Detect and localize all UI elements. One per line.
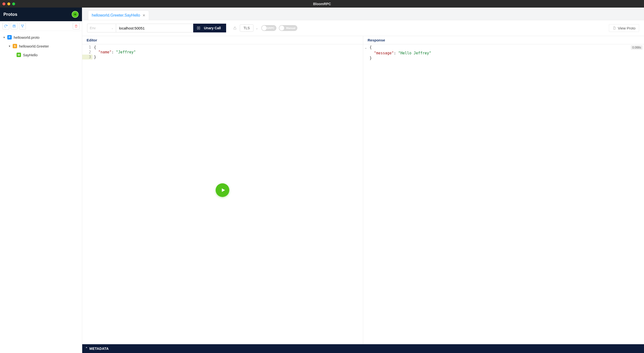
sidebar-toolbar — [0, 21, 82, 31]
response-pane: Response ▾ { "message": "Hello Jeffrey" … — [363, 36, 644, 344]
tab-close-button[interactable]: ✕ — [142, 14, 146, 17]
editor-header: Editor — [82, 36, 363, 44]
toggle-manual-label: Manual — [286, 26, 296, 29]
line-number: 2 — [82, 50, 92, 55]
tree-service-row[interactable]: ▼ S helloworld.Greeter — [1, 42, 81, 50]
response-viewer[interactable]: ▾ { "message": "Hello Jeffrey" } — [363, 44, 644, 344]
service-badge: S — [13, 44, 17, 48]
plus-icon — [74, 13, 77, 16]
call-type-button[interactable]: Unary Call — [193, 24, 226, 32]
sidebar: Protos ▼ P — [0, 7, 82, 353]
caret-icon: ▼ — [8, 45, 11, 47]
tab-active[interactable]: helloworld.Greeter.SayHello ✕ — [88, 10, 149, 20]
bookmark-folder-icon — [12, 24, 16, 28]
tree-proto-row[interactable]: ▼ P helloworld.proto — [1, 33, 81, 42]
play-icon — [220, 187, 226, 193]
toggle-knob — [262, 25, 267, 30]
request-toolbar: Env ⌄ Unary Call TLS ⌄ GRPC Manual — [82, 20, 644, 36]
view-proto-button[interactable]: View Proto — [609, 24, 639, 32]
refresh-button[interactable] — [2, 23, 9, 29]
lock-icon — [232, 26, 238, 30]
tree-service-label: helloworld.Greeter — [19, 44, 49, 48]
tree-proto-label: helloworld.proto — [14, 35, 40, 39]
trash-icon — [74, 24, 78, 28]
sidebar-title: Protos — [4, 12, 17, 17]
metadata-bar[interactable]: ˄ METADATA — [82, 344, 644, 353]
proto-badge: P — [7, 35, 12, 39]
sidebar-header: Protos — [0, 7, 82, 21]
tls-dropdown-icon[interactable]: ⌄ — [256, 26, 258, 30]
app-body: Protos ▼ P — [0, 7, 644, 353]
toggle-grpc-label: GRPC — [267, 26, 274, 29]
titlebar: BloomRPC — [0, 0, 644, 7]
fold-icon[interactable]: ▾ — [365, 45, 368, 51]
metadata-label: METADATA — [90, 347, 109, 351]
add-proto-button[interactable] — [72, 11, 78, 18]
manual-toggle[interactable]: Manual — [279, 25, 297, 31]
window-zoom-button[interactable] — [12, 2, 15, 5]
tree-method-row[interactable]: M SayHello — [1, 50, 81, 59]
list-icon — [196, 26, 200, 30]
delete-button[interactable] — [73, 23, 80, 29]
chevron-down-icon: ⌄ — [111, 26, 114, 30]
main-column: helloworld.Greeter.SayHello ✕ Env ⌄ Unar… — [82, 7, 644, 353]
chevron-up-icon: ˄ — [86, 347, 88, 351]
caret-icon: ▼ — [3, 36, 5, 39]
filter-button[interactable] — [19, 23, 26, 29]
toggle-knob — [279, 25, 284, 30]
env-select[interactable]: Env ⌄ — [87, 24, 116, 32]
svg-rect-2 — [234, 28, 236, 29]
tree-method-label: SayHello — [23, 53, 38, 57]
window-close-button[interactable] — [2, 2, 5, 5]
traffic-lights — [2, 2, 15, 5]
tls-button[interactable]: TLS — [240, 24, 254, 32]
tab-bar: helloworld.Greeter.SayHello ✕ — [82, 7, 644, 20]
send-request-button[interactable] — [216, 183, 229, 197]
line-number: 1 — [82, 45, 92, 50]
env-placeholder: Env — [90, 26, 96, 30]
response-timing: 0.068s — [631, 45, 642, 50]
editor-response-panes: Editor 1 { 2 "name": "Jeffrey" 3 } — [82, 36, 644, 344]
grpc-web-toggle[interactable]: GRPC — [261, 25, 276, 31]
tab-label: helloworld.Greeter.SayHello — [92, 13, 140, 17]
response-header: Response — [363, 36, 644, 44]
address-input[interactable] — [116, 24, 194, 32]
view-proto-label: View Proto — [618, 26, 636, 30]
file-icon — [612, 26, 616, 30]
proto-tree: ▼ P helloworld.proto ▼ S helloworld.Gree… — [0, 31, 82, 353]
line-number: 3 — [82, 55, 92, 59]
filter-icon — [20, 24, 24, 28]
window-title: BloomRPC — [313, 2, 331, 6]
window-minimize-button[interactable] — [7, 2, 10, 5]
call-type-label: Unary Call — [204, 26, 221, 30]
method-badge: M — [16, 53, 21, 57]
import-paths-button[interactable] — [11, 23, 18, 29]
refresh-icon — [4, 24, 8, 28]
